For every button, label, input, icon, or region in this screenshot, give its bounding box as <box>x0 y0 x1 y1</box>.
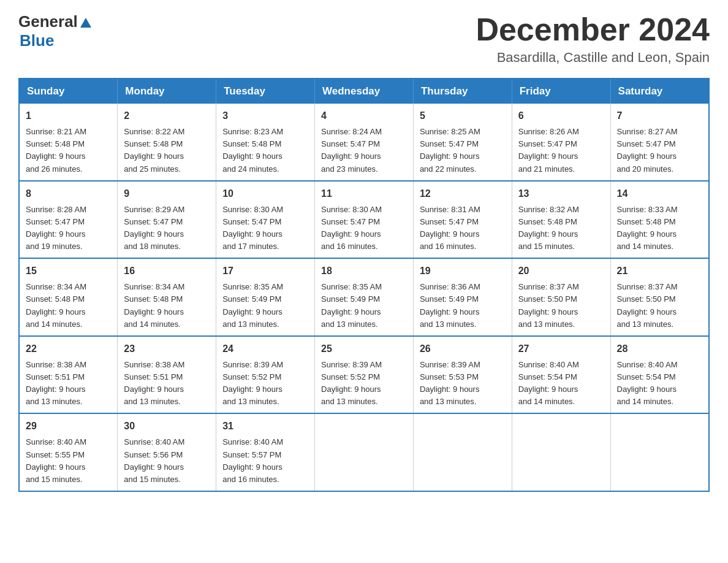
day-info: Sunrise: 8:34 AMSunset: 5:48 PMDaylight:… <box>124 281 210 331</box>
day-number: 8 <box>26 186 111 201</box>
day-info: Sunrise: 8:39 AMSunset: 5:52 PMDaylight:… <box>321 359 407 408</box>
day-info: Sunrise: 8:27 AMSunset: 5:47 PMDaylight:… <box>617 126 702 175</box>
day-info: Sunrise: 8:29 AMSunset: 5:47 PMDaylight:… <box>124 204 210 253</box>
calendar-header-row: Sunday Monday Tuesday Wednesday Thursday… <box>19 79 709 104</box>
header-tuesday: Tuesday <box>216 79 315 104</box>
day-number: 24 <box>222 342 308 356</box>
day-number: 14 <box>617 186 702 201</box>
calendar-cell: 3Sunrise: 8:23 AMSunset: 5:48 PMDaylight… <box>216 104 315 181</box>
week-row-5: 29Sunrise: 8:40 AMSunset: 5:55 PMDayligh… <box>19 413 709 491</box>
day-info: Sunrise: 8:22 AMSunset: 5:48 PMDaylight:… <box>124 126 210 175</box>
day-info: Sunrise: 8:38 AMSunset: 5:51 PMDaylight:… <box>124 359 210 408</box>
logo-triangle-icon <box>79 16 93 29</box>
day-number: 5 <box>420 109 506 123</box>
header-saturday: Saturday <box>610 79 709 104</box>
day-number: 21 <box>617 264 702 278</box>
calendar-cell: 13Sunrise: 8:32 AMSunset: 5:48 PMDayligh… <box>512 181 610 259</box>
header-monday: Monday <box>118 79 216 104</box>
day-info: Sunrise: 8:40 AMSunset: 5:57 PMDaylight:… <box>222 436 308 486</box>
calendar-cell: 22Sunrise: 8:38 AMSunset: 5:51 PMDayligh… <box>19 336 118 414</box>
calendar-cell: 15Sunrise: 8:34 AMSunset: 5:48 PMDayligh… <box>19 258 118 336</box>
calendar-cell: 28Sunrise: 8:40 AMSunset: 5:54 PMDayligh… <box>610 336 709 414</box>
calendar-cell: 9Sunrise: 8:29 AMSunset: 5:47 PMDaylight… <box>118 181 216 259</box>
calendar-cell <box>315 413 414 491</box>
day-number: 11 <box>321 186 407 201</box>
day-info: Sunrise: 8:40 AMSunset: 5:56 PMDaylight:… <box>124 436 210 486</box>
calendar-cell: 6Sunrise: 8:26 AMSunset: 5:47 PMDaylight… <box>512 104 610 181</box>
day-number: 4 <box>321 109 407 123</box>
calendar-cell: 10Sunrise: 8:30 AMSunset: 5:47 PMDayligh… <box>216 181 315 259</box>
calendar-cell: 8Sunrise: 8:28 AMSunset: 5:47 PMDaylight… <box>19 181 118 259</box>
day-info: Sunrise: 8:40 AMSunset: 5:55 PMDaylight:… <box>26 436 111 486</box>
day-info: Sunrise: 8:26 AMSunset: 5:47 PMDaylight:… <box>518 126 604 175</box>
day-info: Sunrise: 8:24 AMSunset: 5:47 PMDaylight:… <box>321 126 407 175</box>
day-number: 15 <box>26 264 111 278</box>
calendar-cell: 24Sunrise: 8:39 AMSunset: 5:52 PMDayligh… <box>216 336 315 414</box>
day-number: 30 <box>124 419 210 434</box>
month-title: December 2024 <box>476 12 710 47</box>
location-subtitle: Basardilla, Castille and Leon, Spain <box>476 50 710 66</box>
day-number: 12 <box>420 186 506 201</box>
header-friday: Friday <box>512 79 610 104</box>
calendar-cell: 17Sunrise: 8:35 AMSunset: 5:49 PMDayligh… <box>216 258 315 336</box>
day-number: 17 <box>222 264 308 278</box>
calendar-cell: 7Sunrise: 8:27 AMSunset: 5:47 PMDaylight… <box>610 104 709 181</box>
calendar-cell <box>610 413 709 491</box>
calendar-cell: 21Sunrise: 8:37 AMSunset: 5:50 PMDayligh… <box>610 258 709 336</box>
day-info: Sunrise: 8:36 AMSunset: 5:49 PMDaylight:… <box>420 281 506 331</box>
calendar-cell: 14Sunrise: 8:33 AMSunset: 5:48 PMDayligh… <box>610 181 709 259</box>
calendar-cell: 12Sunrise: 8:31 AMSunset: 5:47 PMDayligh… <box>413 181 512 259</box>
calendar-cell: 26Sunrise: 8:39 AMSunset: 5:53 PMDayligh… <box>413 336 512 414</box>
day-info: Sunrise: 8:39 AMSunset: 5:52 PMDaylight:… <box>222 359 308 408</box>
week-row-3: 15Sunrise: 8:34 AMSunset: 5:48 PMDayligh… <box>19 258 709 336</box>
calendar-cell: 5Sunrise: 8:25 AMSunset: 5:47 PMDaylight… <box>413 104 512 181</box>
day-number: 18 <box>321 264 407 278</box>
day-number: 26 <box>420 342 506 356</box>
day-info: Sunrise: 8:28 AMSunset: 5:47 PMDaylight:… <box>26 204 111 253</box>
calendar-cell: 2Sunrise: 8:22 AMSunset: 5:48 PMDaylight… <box>118 104 216 181</box>
week-row-1: 1Sunrise: 8:21 AMSunset: 5:48 PMDaylight… <box>19 104 709 181</box>
day-info: Sunrise: 8:30 AMSunset: 5:47 PMDaylight:… <box>222 204 308 253</box>
day-info: Sunrise: 8:23 AMSunset: 5:48 PMDaylight:… <box>222 126 308 175</box>
day-number: 16 <box>124 264 210 278</box>
day-number: 19 <box>420 264 506 278</box>
calendar-cell: 31Sunrise: 8:40 AMSunset: 5:57 PMDayligh… <box>216 413 315 491</box>
week-row-4: 22Sunrise: 8:38 AMSunset: 5:51 PMDayligh… <box>19 336 709 414</box>
day-number: 31 <box>222 419 308 434</box>
calendar-cell <box>512 413 610 491</box>
header-thursday: Thursday <box>413 79 512 104</box>
day-number: 10 <box>222 186 308 201</box>
day-number: 2 <box>124 109 210 123</box>
calendar-cell: 27Sunrise: 8:40 AMSunset: 5:54 PMDayligh… <box>512 336 610 414</box>
calendar-cell: 23Sunrise: 8:38 AMSunset: 5:51 PMDayligh… <box>118 336 216 414</box>
day-number: 9 <box>124 186 210 201</box>
header-sunday: Sunday <box>19 79 118 104</box>
calendar-cell: 1Sunrise: 8:21 AMSunset: 5:48 PMDaylight… <box>19 104 118 181</box>
week-row-2: 8Sunrise: 8:28 AMSunset: 5:47 PMDaylight… <box>19 181 709 259</box>
day-info: Sunrise: 8:32 AMSunset: 5:48 PMDaylight:… <box>518 204 604 253</box>
day-number: 29 <box>26 419 111 434</box>
calendar-cell: 16Sunrise: 8:34 AMSunset: 5:48 PMDayligh… <box>118 258 216 336</box>
calendar-cell: 11Sunrise: 8:30 AMSunset: 5:47 PMDayligh… <box>315 181 414 259</box>
calendar-cell: 25Sunrise: 8:39 AMSunset: 5:52 PMDayligh… <box>315 336 414 414</box>
day-info: Sunrise: 8:25 AMSunset: 5:47 PMDaylight:… <box>420 126 506 175</box>
day-number: 13 <box>518 186 604 201</box>
day-info: Sunrise: 8:30 AMSunset: 5:47 PMDaylight:… <box>321 204 407 253</box>
calendar-cell <box>413 413 512 491</box>
day-info: Sunrise: 8:40 AMSunset: 5:54 PMDaylight:… <box>518 359 604 408</box>
day-number: 6 <box>518 109 604 123</box>
logo-blue-text: Blue <box>20 31 54 50</box>
day-info: Sunrise: 8:21 AMSunset: 5:48 PMDaylight:… <box>26 126 111 175</box>
logo-general-text: General <box>18 12 78 31</box>
calendar-cell: 20Sunrise: 8:37 AMSunset: 5:50 PMDayligh… <box>512 258 610 336</box>
day-info: Sunrise: 8:40 AMSunset: 5:54 PMDaylight:… <box>617 359 702 408</box>
day-number: 3 <box>222 109 308 123</box>
day-info: Sunrise: 8:38 AMSunset: 5:51 PMDaylight:… <box>26 359 111 408</box>
calendar-cell: 30Sunrise: 8:40 AMSunset: 5:56 PMDayligh… <box>118 413 216 491</box>
day-number: 28 <box>617 342 702 356</box>
logo: General Blue <box>18 12 93 50</box>
day-info: Sunrise: 8:37 AMSunset: 5:50 PMDaylight:… <box>617 281 702 331</box>
day-number: 1 <box>26 109 111 123</box>
day-info: Sunrise: 8:39 AMSunset: 5:53 PMDaylight:… <box>420 359 506 408</box>
day-info: Sunrise: 8:33 AMSunset: 5:48 PMDaylight:… <box>617 204 702 253</box>
